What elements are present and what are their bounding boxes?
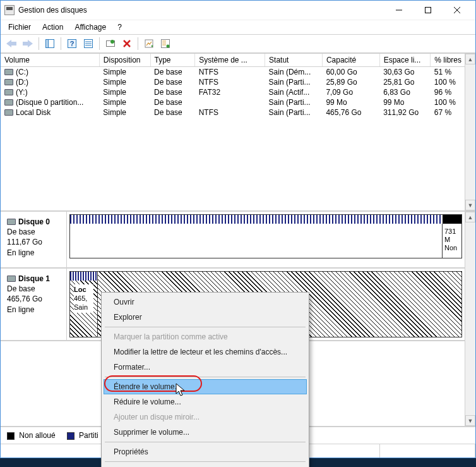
disk-info: Disque 1 De base 465,76 Go En ligne <box>1 269 67 340</box>
disk-row[interactable]: Disque 0 De base 111,67 Go En ligne 731 … <box>1 212 465 269</box>
svg-point-21 <box>167 45 170 48</box>
toolbar-list-icon[interactable] <box>158 37 172 51</box>
back-button-icon[interactable] <box>4 37 18 51</box>
cell-free: 99 Mo <box>379 97 431 107</box>
cm-change-letter[interactable]: Modifier la lettre de lecteur et les che… <box>104 344 307 360</box>
cell-status: Sain (Dém... <box>265 66 323 77</box>
partition-size: 465, <box>74 294 93 303</box>
volume-context-menu: Ouvrir Explorer Marquer la partition com… <box>101 292 309 467</box>
col-capacity[interactable]: Capacité <box>322 54 379 66</box>
cm-properties[interactable]: Propriétés <box>104 444 307 459</box>
scroll-up-icon[interactable]: ▲ <box>465 212 475 222</box>
toolbar-delete-icon[interactable] <box>120 37 134 51</box>
cell-free: 30,63 Go <box>379 66 431 77</box>
app-icon <box>4 5 15 15</box>
menu-action[interactable]: Action <box>37 21 68 33</box>
disk-basetype: De base <box>7 227 62 237</box>
svg-rect-5 <box>46 40 49 48</box>
legend-swatch-primary <box>67 432 74 440</box>
table-row[interactable]: (Y:)SimpleDe baseFAT32Sain (Actif...7,09… <box>1 87 475 97</box>
table-row[interactable]: (Disque 0 partition...SimpleDe baseSain … <box>1 97 475 107</box>
cell-status: Sain (Actif... <box>265 87 323 97</box>
cm-open[interactable]: Ouvrir <box>104 294 307 310</box>
col-volume[interactable]: Volume <box>1 54 99 66</box>
drive-icon <box>4 99 13 106</box>
titlebar[interactable]: Gestion des disques <box>1 1 475 20</box>
toolbar-help-icon[interactable]: ? <box>65 37 79 51</box>
volume-name: (C:) <box>16 68 28 76</box>
cm-delete-volume[interactable]: Supprimer le volume... <box>104 425 307 440</box>
menubar: Fichier Action Affichage ? <box>1 20 475 34</box>
minimize-button[interactable] <box>384 1 414 20</box>
disk0-partition-map[interactable]: 731 M Non <box>69 214 462 258</box>
menu-view[interactable]: Affichage <box>69 21 111 33</box>
cell-disposition: Simple <box>99 66 150 77</box>
col-disposition[interactable]: Disposition <box>99 54 150 66</box>
volume-name: (Disque 0 partition... <box>16 98 83 107</box>
table-row[interactable]: (D:)SimpleDe baseNTFSSain (Parti...25,89… <box>1 77 475 87</box>
menu-file[interactable]: Fichier <box>3 21 36 33</box>
svg-rect-1 <box>425 8 431 13</box>
maximize-button[interactable] <box>414 1 443 20</box>
graphical-pane-scrollbar[interactable]: ▲ ▼ <box>465 212 475 426</box>
table-row[interactable]: (C:)SimpleDe baseNTFSSain (Dém...60,00 G… <box>1 66 475 77</box>
cell-type: De base <box>150 66 195 77</box>
cell-disposition: Simple <box>99 107 150 118</box>
svg-point-13 <box>110 40 114 44</box>
legend-unallocated-label: Non alloué <box>19 431 55 440</box>
volume-table: Volume Disposition Type Système de ... S… <box>1 54 475 118</box>
cell-disposition: Simple <box>99 97 150 107</box>
cell-fs: FAT32 <box>195 87 265 97</box>
scroll-up-icon[interactable]: ▲ <box>465 54 475 64</box>
cell-free: 25,81 Go <box>379 77 431 87</box>
unalloc-label: Non <box>444 244 460 252</box>
drive-icon <box>7 219 16 225</box>
partition-label: Loc <box>74 286 93 294</box>
menu-help[interactable]: ? <box>112 21 127 33</box>
cell-status: Sain (Parti... <box>265 77 323 87</box>
cell-capacity: 7,09 Go <box>322 87 379 97</box>
toolbar-view-icon[interactable] <box>43 37 57 51</box>
volume-list-scrollbar[interactable]: ▲ ▼ <box>465 54 475 210</box>
disk-size: 111,67 Go <box>7 237 62 247</box>
drive-icon <box>4 89 13 95</box>
col-fs[interactable]: Système de ... <box>195 54 265 66</box>
cell-type: De base <box>150 77 195 87</box>
toolbar-refresh-icon[interactable] <box>104 37 117 51</box>
close-button[interactable] <box>443 1 472 20</box>
toolbar-properties-icon[interactable] <box>142 37 156 51</box>
scroll-down-icon[interactable]: ▼ <box>465 415 475 426</box>
window-title: Gestion des disques <box>18 6 384 15</box>
svg-text:?: ? <box>70 40 74 47</box>
selected-partition-block[interactable]: Loc 465, Sain <box>69 271 98 337</box>
scroll-down-icon[interactable]: ▼ <box>465 200 475 210</box>
col-type[interactable]: Type <box>150 54 195 66</box>
partition-status: Sain <box>74 303 93 312</box>
disk-state: En ligne <box>7 248 62 258</box>
table-row[interactable]: Local DiskSimpleDe baseNTFSSain (Parti..… <box>1 107 475 118</box>
toolbar-details-icon[interactable] <box>81 37 95 51</box>
cm-format[interactable]: Formater... <box>104 360 307 375</box>
table-header-row: Volume Disposition Type Système de ... S… <box>1 54 475 66</box>
col-status[interactable]: Statut <box>265 54 323 66</box>
cell-fs: NTFS <box>195 77 265 87</box>
cm-explore[interactable]: Explorer <box>104 310 307 325</box>
cell-capacity: 99 Mo <box>322 97 379 107</box>
volume-list-pane[interactable]: Volume Disposition Type Système de ... S… <box>1 54 475 212</box>
legend-swatch-unallocated <box>7 432 15 440</box>
col-free[interactable]: Espace li... <box>379 54 431 66</box>
drive-icon <box>4 69 13 75</box>
cell-capacity: 25,89 Go <box>322 77 379 87</box>
unallocated-block[interactable]: 731 M Non <box>443 224 461 258</box>
cm-shrink-volume[interactable]: Réduire le volume... <box>104 394 307 409</box>
cm-extend-volume[interactable]: Étendre le volume... <box>104 379 307 394</box>
disk-name: Disque 1 <box>18 274 50 284</box>
cell-status: Sain (Parti... <box>265 97 323 107</box>
volume-name: (Y:) <box>16 88 28 97</box>
cell-fs: NTFS <box>195 66 265 77</box>
cm-help[interactable]: Aide <box>104 464 307 467</box>
drive-icon <box>4 109 13 116</box>
cell-type: De base <box>150 107 195 118</box>
forward-button-icon[interactable] <box>21 37 35 51</box>
cell-disposition: Simple <box>99 77 150 87</box>
